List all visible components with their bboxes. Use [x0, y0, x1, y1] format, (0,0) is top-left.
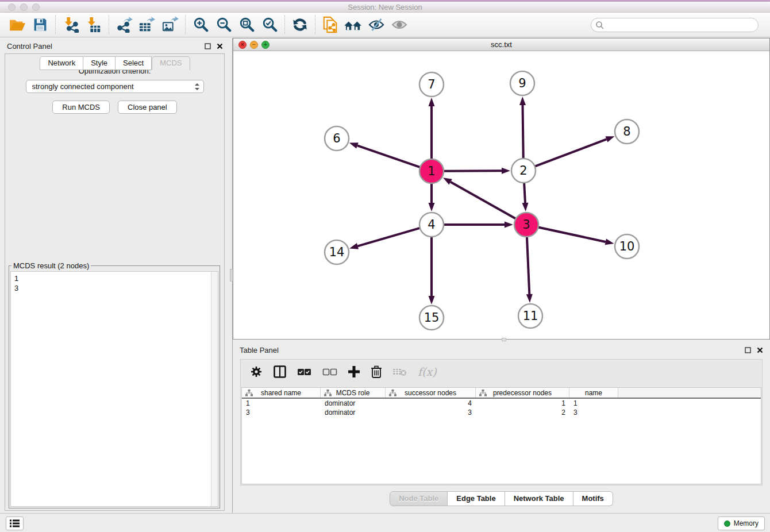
column-header-successor-nodes[interactable]: successor nodes [386, 388, 476, 398]
save-session-icon [33, 17, 48, 32]
column-header-predecessor-nodes[interactable]: predecessor nodes [476, 388, 569, 398]
column-header-name[interactable]: name [569, 388, 618, 398]
column-header-MCDS-role[interactable]: MCDS role [321, 388, 386, 398]
edge-2-8[interactable] [535, 139, 607, 166]
edge-arrowhead [505, 222, 513, 228]
export-network-icon [116, 17, 133, 33]
float-panel-icon[interactable] [205, 43, 211, 49]
cell-predecessor-nodes[interactable]: 2 [476, 408, 569, 417]
node-label-8: 8 [623, 125, 630, 138]
table-row-1[interactable]: 1dominator411 [242, 399, 761, 408]
apply-layout-icon [292, 17, 308, 33]
zoom-fit-button[interactable] [235, 14, 258, 35]
edge-3-10[interactable] [538, 227, 606, 241]
clone-network-button[interactable] [319, 14, 342, 35]
edge-arrowhead [502, 168, 510, 174]
edge-4-14[interactable] [357, 228, 419, 246]
tab-style[interactable]: Style [83, 56, 116, 70]
window-close-button[interactable] [8, 3, 16, 11]
window-minimize-button[interactable] [20, 3, 28, 11]
tab-mcds[interactable]: MCDS [152, 56, 190, 70]
zoom-out-button[interactable] [212, 14, 235, 35]
mcds-result-list[interactable]: 1 3 [11, 272, 211, 506]
node-label-7: 7 [428, 78, 435, 91]
column-header-shared-name[interactable]: shared name [242, 388, 321, 398]
network-minimize-button[interactable]: − [250, 41, 258, 49]
export-network-button[interactable] [113, 14, 136, 35]
edge-arrowhead [522, 203, 528, 211]
column-layout-icon[interactable] [273, 365, 287, 379]
edge-arrowhead [606, 136, 615, 142]
edge-2-9[interactable] [523, 105, 523, 159]
cell-successor-nodes[interactable]: 4 [386, 399, 476, 408]
deselect-all-icon[interactable] [322, 367, 337, 377]
network-maximize-button[interactable]: + [261, 41, 270, 49]
first-neighbors-button[interactable] [342, 14, 365, 35]
edge-2-3[interactable] [524, 183, 525, 203]
network-window-titlebar: × − + scc.txt [233, 38, 769, 51]
gear-icon[interactable] [250, 365, 263, 378]
zoom-in-button[interactable] [189, 14, 212, 35]
close-panel-button[interactable]: Close panel [118, 101, 177, 114]
tab-motifs[interactable]: Motifs [573, 491, 613, 506]
node-label-10: 10 [619, 240, 635, 253]
select-all-icon[interactable] [297, 367, 312, 377]
edge-3-11[interactable] [527, 237, 529, 294]
close-panel-icon[interactable] [757, 347, 763, 353]
node-label-11: 11 [523, 309, 538, 323]
edge-1-2[interactable] [444, 171, 502, 171]
cell-name[interactable]: 3 [569, 408, 618, 417]
tab-network-table[interactable]: Network Table [505, 491, 573, 506]
network-view-window: × − + scc.txt 7968124314101511 [233, 38, 770, 340]
cell-shared-name[interactable]: 3 [242, 408, 321, 417]
cell-predecessor-nodes[interactable]: 1 [476, 399, 569, 408]
save-session-button[interactable] [29, 14, 52, 35]
delete-table-icon[interactable] [392, 367, 407, 377]
network-close-button[interactable]: × [238, 41, 247, 49]
hide-selected-button[interactable] [365, 14, 388, 35]
cell-MCDS-role[interactable]: dominator [321, 399, 386, 408]
open-file-button[interactable] [6, 14, 29, 35]
zoom-selected-button[interactable] [258, 14, 281, 35]
float-panel-icon[interactable] [745, 347, 751, 353]
node-label-9: 9 [518, 76, 526, 90]
column-header-filler [618, 388, 761, 398]
tab-node-table[interactable]: Node Table [390, 491, 448, 506]
cell-successor-nodes[interactable]: 3 [386, 408, 476, 417]
import-network-button[interactable] [59, 14, 82, 35]
node-label-2: 2 [519, 164, 527, 178]
apply-layout-button[interactable] [288, 14, 311, 35]
toolbar-separator [315, 16, 315, 34]
show-all-button[interactable] [388, 14, 411, 35]
clone-network-icon [322, 16, 339, 33]
table-row-2[interactable]: 3dominator323 [242, 408, 761, 417]
export-table-button[interactable] [136, 14, 159, 35]
tab-edge-table[interactable]: Edge Table [448, 491, 505, 506]
result-scrollbar[interactable] [211, 272, 218, 506]
tab-network[interactable]: Network [40, 56, 83, 70]
window-zoom-button[interactable] [32, 3, 40, 11]
edge-3-1[interactable] [451, 182, 516, 219]
function-builder-icon[interactable]: f(x) [418, 365, 437, 378]
edge-1-6[interactable] [357, 145, 420, 167]
cell-shared-name[interactable]: 1 [242, 399, 321, 408]
memory-button[interactable]: Memory [718, 516, 765, 530]
node-label-15: 15 [424, 311, 440, 325]
cell-name[interactable]: 1 [569, 399, 618, 408]
close-panel-icon[interactable] [217, 43, 223, 49]
delete-column-icon[interactable] [371, 365, 382, 378]
optimization-criterion-select[interactable]: strongly connected component [26, 80, 204, 93]
search-input[interactable] [591, 18, 759, 32]
tab-select[interactable]: Select [116, 56, 152, 70]
show-panels-button[interactable] [6, 516, 24, 530]
cell-MCDS-role[interactable]: dominator [321, 408, 386, 417]
edge-arrowhead [349, 243, 359, 249]
mcds-result-title: MCDS result (2 nodes) [11, 261, 91, 270]
run-mcds-button[interactable]: Run MCDS [52, 101, 110, 114]
horizontal-splitter-grip[interactable] [502, 338, 506, 341]
export-image-button[interactable] [159, 14, 182, 35]
add-column-icon[interactable] [348, 365, 360, 378]
network-canvas[interactable]: 7968124314101511 [233, 51, 769, 339]
import-table-button[interactable] [82, 14, 105, 35]
open-file-icon [9, 17, 26, 32]
